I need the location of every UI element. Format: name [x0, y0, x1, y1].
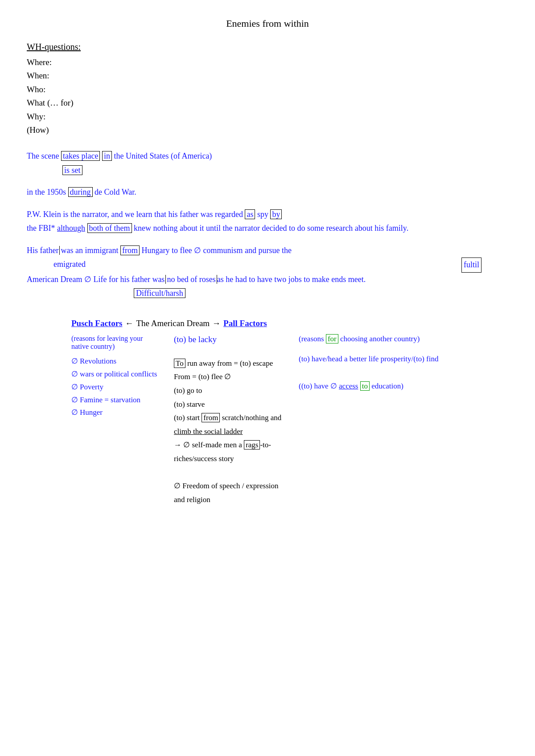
fultil-box: fultil [461, 257, 482, 273]
by-box: by [270, 209, 282, 219]
push-item-5: ∅Hunger [71, 406, 160, 419]
access-underlined: access [339, 382, 358, 390]
para-father: His fatherwas an immigrant from Hungary … [27, 244, 508, 301]
correction-harsh: Difficult/harsh [134, 286, 185, 301]
para3-fbi: the FBI* [27, 224, 57, 233]
from-box: from [120, 245, 140, 255]
middle-item-2: From = (to) flee ∅ [174, 370, 285, 384]
rags-box: rags [244, 440, 260, 450]
push-factors-label: Pusch Factors [71, 319, 123, 328]
pall-sub-label: (reasons for choosing another country) [299, 335, 508, 343]
correction-isset: is set [62, 163, 82, 178]
para-pw-klein: P.W. Klein is the narrator, and we learn… [27, 208, 508, 236]
push-sub-label: (reasons for leaving your native country… [71, 335, 160, 351]
wh-when: When: [27, 69, 508, 82]
wh-heading: WH-questions: [27, 42, 508, 52]
push-item-1: ∅Revolutions [71, 355, 160, 368]
left-arrow: ← [125, 319, 134, 328]
para2-prefix: in the 1950s [27, 188, 68, 196]
wh-where: Where: [27, 56, 508, 69]
takes-place-box: takes place [61, 151, 100, 161]
para4-hungary: Hungary to flee ∅ communism and pursue t… [140, 246, 292, 255]
push-item-2: ∅wars or political conflicts [71, 368, 160, 381]
para3-end: knew nothing about it until the narrator… [132, 224, 409, 233]
para4-was: was an immigrant [59, 246, 120, 255]
para4-had: as he had to have two jobs to make ends … [217, 275, 366, 284]
middle-items: To run away from = (to) escape From = (t… [174, 357, 285, 507]
push-item-4: ∅Famine = starvation [71, 394, 160, 407]
for-box-pall: for [326, 334, 338, 343]
middle-item-5: (to) start from scratch/nothing and clim… [174, 411, 285, 438]
right-arrow: → [212, 319, 221, 328]
pall-items: (to) have/head a better life prosperity/… [299, 352, 508, 393]
to-box-pall: to [360, 381, 370, 391]
para-scene: The scene takes place in the United Stat… [27, 149, 508, 177]
middle-item-4: (to) starve [174, 398, 285, 412]
both-of-them-box: both of them [87, 223, 132, 233]
para3-space [85, 224, 87, 233]
push-items: ∅Revolutions ∅wars or political conflict… [71, 355, 160, 419]
no-bed-of-roses: no bed of roses [165, 275, 217, 284]
in-box: in [102, 151, 112, 161]
difficult-harsh-box: Difficult/harsh [134, 288, 185, 298]
para3-text1: P.W. Klein is the narrator, and we learn… [27, 210, 245, 219]
para3-spy: spy [255, 210, 270, 219]
pall-item-2: ((to) have ∅ access to education) [299, 380, 508, 393]
wh-why: Why: [27, 110, 508, 123]
during-box: during [68, 187, 93, 197]
page-title: Enemies from within [27, 18, 508, 29]
para4-father1: His father [27, 246, 58, 255]
para1-prefix: The scene [27, 151, 61, 160]
as-box: as [245, 209, 255, 219]
para4-american: American Dream ∅ Life for his father was [27, 275, 165, 284]
para1-mid: the United States (of America) [112, 151, 212, 160]
wh-how: (How) [27, 123, 508, 137]
push-item-3: ∅Poverty [71, 381, 160, 394]
col-pall: (reasons for choosing another country) (… [299, 335, 508, 393]
three-col-layout: (reasons for leaving your native country… [71, 335, 508, 507]
dream-table-section: Pusch Factors ← The American Dream → Pal… [27, 319, 508, 507]
dream-header: Pusch Factors ← The American Dream → Pal… [71, 319, 508, 328]
col-middle: (to) be lacky To run away from = (to) es… [174, 335, 285, 507]
wh-section: WH-questions: Where: When: Who: What (… … [27, 42, 508, 137]
middle-main: (to) be lacky [174, 335, 285, 344]
correction-emigrated: emigrated [54, 257, 86, 272]
col-push: (reasons for leaving your native country… [71, 335, 160, 419]
para2-suffix: de Cold War. [93, 188, 136, 196]
middle-item-3: (to) go to [174, 384, 285, 398]
from-box-middle: from [202, 413, 220, 422]
is-set-box: is set [62, 165, 82, 175]
wh-who: Who: [27, 83, 508, 96]
para-1950s: in the 1950s during de Cold War. [27, 185, 508, 200]
although-underlined: although [57, 224, 85, 233]
middle-item-1: To run away from = (to) escape [174, 357, 285, 371]
pall-factors-label: Pall Factors [223, 319, 267, 328]
climb-social-ladder: climb the social ladder [174, 427, 243, 436]
middle-item-7: ∅ Freedom of speech / expression and rel… [174, 479, 285, 507]
middle-item-6: → ∅ self-made men a rags-to-riches/succe… [174, 438, 285, 466]
wh-what: What (… for) [27, 96, 508, 110]
pall-item-1: (to) have/head a better life prosperity/… [299, 352, 508, 366]
american-dream-label: The American Dream [136, 319, 210, 328]
to-box-middle: To [174, 359, 185, 368]
